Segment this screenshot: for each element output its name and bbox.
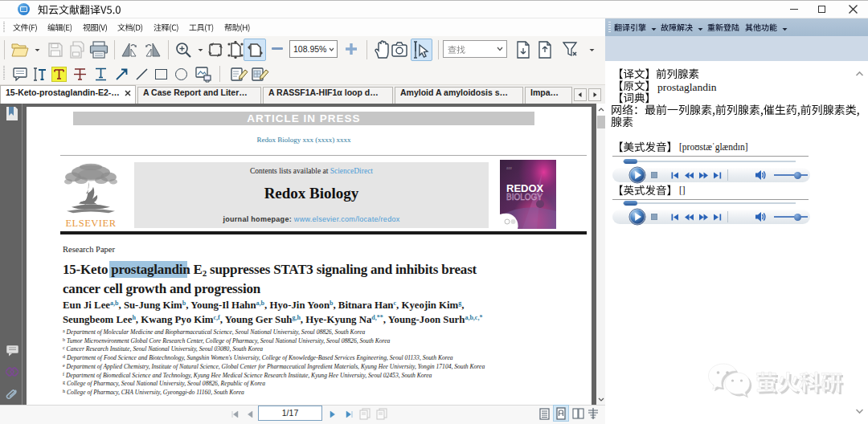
svg-text:BIOLOGY: BIOLOGY <box>506 193 542 202</box>
svg-text:###: ### <box>506 166 512 170</box>
